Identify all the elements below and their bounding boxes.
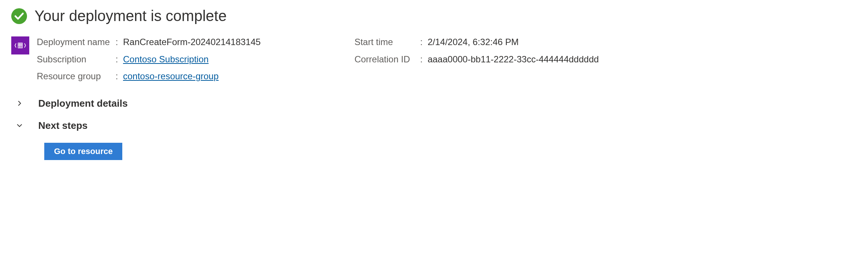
separator: :	[116, 36, 123, 48]
info-col-right: Start time : 2/14/2024, 6:32:46 PM Corre…	[354, 36, 599, 83]
separator: :	[420, 53, 428, 66]
deployment-name-row: Deployment name : RanCreateForm-20240214…	[37, 36, 261, 48]
info-columns: Deployment name : RanCreateForm-20240214…	[37, 36, 599, 83]
svg-point-0	[11, 8, 27, 24]
correlation-id-label: Correlation ID	[354, 53, 420, 66]
deployment-info-container: Deployment name : RanCreateForm-20240214…	[11, 36, 857, 83]
next-steps-section: Next steps Go to resource	[11, 120, 857, 160]
chevron-down-icon	[16, 122, 23, 129]
start-time-label: Start time	[354, 36, 420, 48]
start-time-row: Start time : 2/14/2024, 6:32:46 PM	[354, 36, 599, 48]
header-row: Your deployment is complete	[11, 8, 857, 24]
start-time-value: 2/14/2024, 6:32:46 PM	[428, 36, 519, 48]
success-check-icon	[11, 8, 27, 24]
arm-template-icon	[11, 36, 29, 54]
correlation-id-row: Correlation ID : aaaa0000-bb11-2222-33cc…	[354, 53, 599, 66]
info-col-left: Deployment name : RanCreateForm-20240214…	[37, 36, 261, 83]
separator: :	[116, 70, 123, 83]
subscription-link[interactable]: Contoso Subscription	[123, 53, 209, 66]
deployment-name-label: Deployment name	[37, 36, 116, 48]
next-steps-toggle[interactable]: Next steps	[11, 120, 857, 131]
deployment-details-section: Deployment details	[11, 98, 857, 109]
deployment-name-value: RanCreateForm-20240214183145	[123, 36, 261, 48]
correlation-id-value: aaaa0000-bb11-2222-33cc-444444dddddd	[428, 53, 599, 66]
resource-group-row: Resource group : contoso-resource-group	[37, 70, 261, 83]
go-to-resource-button[interactable]: Go to resource	[44, 143, 122, 160]
deployment-details-title: Deployment details	[38, 98, 128, 109]
resource-group-label: Resource group	[37, 70, 116, 83]
chevron-right-icon	[16, 100, 23, 107]
deployment-details-toggle[interactable]: Deployment details	[11, 98, 857, 109]
subscription-row: Subscription : Contoso Subscription	[37, 53, 261, 66]
next-steps-content: Go to resource	[44, 143, 857, 160]
svg-rect-1	[18, 43, 22, 48]
resource-group-link[interactable]: contoso-resource-group	[123, 70, 219, 83]
next-steps-title: Next steps	[38, 120, 88, 131]
subscription-label: Subscription	[37, 53, 116, 66]
separator: :	[116, 53, 123, 66]
separator: :	[420, 36, 428, 48]
page-title: Your deployment is complete	[35, 8, 227, 24]
